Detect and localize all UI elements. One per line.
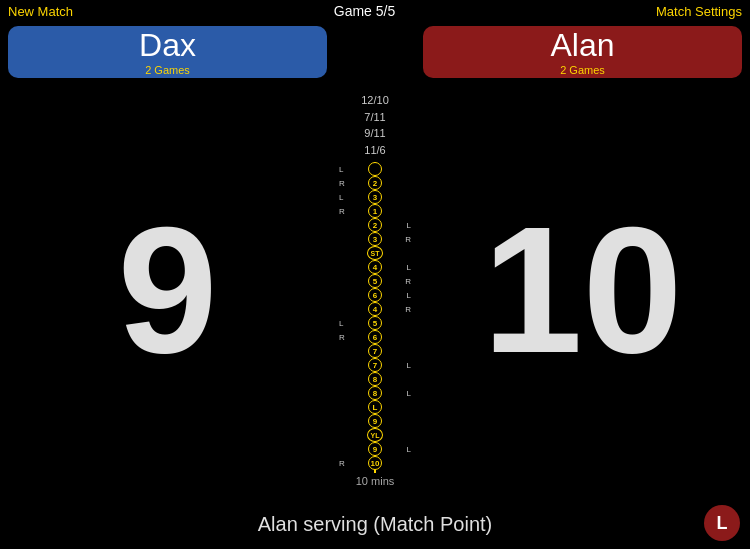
timeline-entry: 7L (335, 358, 415, 372)
player-left-name: Dax (139, 28, 196, 63)
timeline-entry: L (335, 400, 415, 414)
timeline-entry: YL (335, 428, 415, 442)
timeline-entry: 7 (335, 344, 415, 358)
timeline-entry: 9 (335, 414, 415, 428)
timeline-entry: 8 (335, 372, 415, 386)
serving-text: Alan serving (Match Point) (258, 513, 493, 536)
timeline-entry: 4L (335, 260, 415, 274)
timeline-entry: R6 (335, 330, 415, 344)
timeline-entry: 9L (335, 442, 415, 456)
timeline-entry: 4R (335, 302, 415, 316)
player-left-banner[interactable]: Dax 2 Games (8, 26, 327, 78)
score-left-area[interactable]: 9 (0, 200, 335, 380)
timeline-entry: R10 (335, 456, 415, 470)
score-right-area[interactable]: 10 (415, 200, 750, 380)
top-bar: New Match Game 5/5 Match Settings (0, 0, 750, 22)
timeline-entry: 6L (335, 288, 415, 302)
match-settings-button[interactable]: Match Settings (656, 4, 742, 19)
scores-area: 9 12/107/119/1111/6 LR2L3R12L3RST4L5R6L4… (0, 90, 750, 489)
score-right: 10 (482, 200, 682, 380)
player-right-games: 2 Games (560, 64, 605, 76)
center-timeline: 12/107/119/1111/6 LR2L3R12L3RST4L5R6L4RL… (335, 90, 415, 489)
timeline-entry: 5R (335, 274, 415, 288)
new-match-button[interactable]: New Match (8, 4, 73, 19)
timeline-entry: 8L (335, 386, 415, 400)
timeline: LR2L3R12L3RST4L5R6L4RL5R677L88LL9YL9LR10 (335, 162, 415, 473)
serve-indicator: L (704, 505, 740, 541)
timeline-entry: 2L (335, 218, 415, 232)
timeline-entry: ST (335, 246, 415, 260)
timeline-entry: 3R (335, 232, 415, 246)
player-right-banner[interactable]: Alan 2 Games (423, 26, 742, 78)
player-right-name: Alan (550, 28, 614, 63)
timeline-entry: L3 (335, 190, 415, 204)
score-left: 9 (117, 200, 217, 380)
timeline-entry: L5 (335, 316, 415, 330)
game-scores: 12/107/119/1111/6 (361, 92, 389, 158)
timeline-entry: R1 (335, 204, 415, 218)
bottom-bar: Alan serving (Match Point) L (0, 499, 750, 549)
game-title: Game 5/5 (334, 3, 395, 19)
timeline-entry: R2 (335, 176, 415, 190)
timeline-entry: L (335, 162, 415, 176)
time-label: 10 mins (356, 475, 395, 487)
player-left-games: 2 Games (145, 64, 190, 76)
banners: Dax 2 Games Alan 2 Games (0, 22, 750, 84)
